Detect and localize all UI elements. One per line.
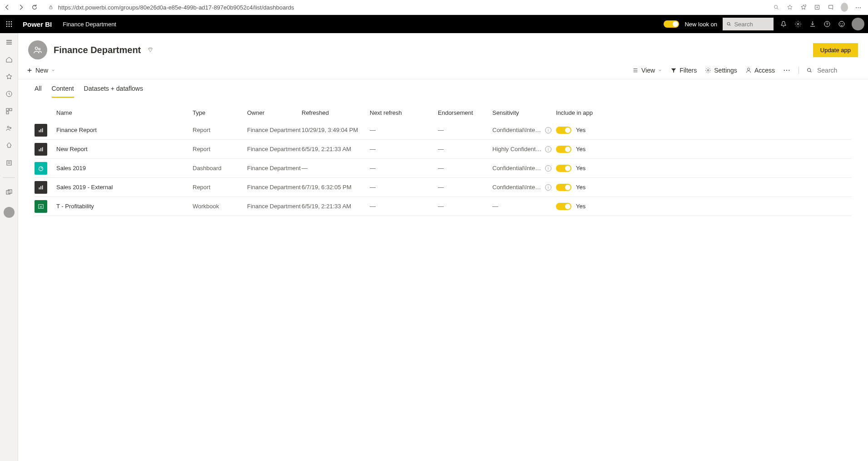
brand-label[interactable]: Power BI xyxy=(20,20,55,28)
info-icon[interactable]: i xyxy=(545,146,551,152)
tab-all[interactable]: All xyxy=(35,85,42,98)
address-bar[interactable] xyxy=(45,4,766,11)
help-icon[interactable]: ? xyxy=(823,20,832,29)
list-search-input[interactable] xyxy=(817,67,858,74)
cell-endorsement: — xyxy=(438,184,492,191)
back-icon[interactable] xyxy=(4,4,11,11)
info-icon[interactable]: i xyxy=(545,165,551,172)
cell-type: Report xyxy=(193,184,247,191)
update-app-button[interactable]: Update app xyxy=(813,43,858,57)
app-launcher-icon[interactable] xyxy=(4,19,15,29)
svg-point-11 xyxy=(11,26,12,27)
view-label: View xyxy=(641,67,655,74)
nav-current-workspace-icon[interactable] xyxy=(4,207,15,218)
table-row[interactable]: Finance ReportReportFinance Department10… xyxy=(35,121,852,140)
cell-sensitivity: Confidential\Internal-...i xyxy=(492,184,556,191)
global-search-input[interactable] xyxy=(734,21,770,28)
feedback-icon[interactable] xyxy=(837,20,846,29)
svg-point-7 xyxy=(9,24,10,25)
cell-type: Report xyxy=(193,127,247,133)
svg-rect-42 xyxy=(42,185,43,189)
nav-shared-icon[interactable] xyxy=(5,124,14,133)
new-look-toggle[interactable] xyxy=(664,20,679,28)
settings-icon[interactable] xyxy=(794,20,803,29)
url-input[interactable] xyxy=(58,4,763,11)
include-toggle[interactable] xyxy=(556,203,571,210)
table-row[interactable]: Sales 2019 - ExternalReportFinance Depar… xyxy=(35,178,852,197)
table-row[interactable]: New ReportReportFinance Department6/5/19… xyxy=(35,140,852,159)
nav-menu-icon[interactable] xyxy=(5,38,14,47)
user-avatar[interactable] xyxy=(852,18,864,30)
filters-button[interactable]: Filters xyxy=(670,67,697,74)
info-icon[interactable]: i xyxy=(545,184,551,191)
command-bar: New View Filters Settings Access ⋯ xyxy=(18,63,868,79)
browser-menu-icon[interactable]: ⋯ xyxy=(854,4,862,11)
notifications-icon[interactable] xyxy=(779,20,788,29)
nav-deploy-icon[interactable] xyxy=(5,141,14,150)
nav-recent-icon[interactable] xyxy=(5,89,14,98)
cell-include: Yes xyxy=(556,184,620,191)
new-look-label: New look on xyxy=(684,21,717,28)
cell-next-refresh: — xyxy=(370,165,438,172)
cell-endorsement: — xyxy=(438,203,492,210)
cell-name[interactable]: New Report xyxy=(56,146,193,152)
svg-point-17 xyxy=(840,23,841,24)
svg-rect-0 xyxy=(50,7,52,9)
nav-workspaces-icon[interactable] xyxy=(5,188,14,197)
breadcrumb[interactable]: Finance Department xyxy=(60,21,116,28)
nav-learn-icon[interactable] xyxy=(5,158,14,167)
nav-apps-icon[interactable] xyxy=(5,107,14,116)
cell-name[interactable]: Sales 2019 - External xyxy=(56,184,193,191)
info-icon[interactable]: i xyxy=(545,127,551,133)
col-name[interactable]: Name xyxy=(56,109,193,116)
include-toggle[interactable] xyxy=(556,184,571,191)
notes-icon[interactable] xyxy=(827,4,834,11)
col-include[interactable]: Include in app xyxy=(556,109,620,116)
favorites-icon[interactable] xyxy=(800,4,807,11)
cell-refreshed: 6/7/19, 6:32:05 PM xyxy=(302,184,370,191)
cell-name[interactable]: Finance Report xyxy=(56,127,193,133)
col-sensitivity[interactable]: Sensitivity xyxy=(492,109,556,116)
tab-datasets[interactable]: Datasets + dataflows xyxy=(84,85,143,98)
cell-next-refresh: — xyxy=(370,146,438,152)
cell-name[interactable]: Sales 2019 xyxy=(56,165,193,172)
settings-button[interactable]: Settings xyxy=(705,67,737,74)
include-toggle[interactable] xyxy=(556,165,571,172)
more-button[interactable]: ⋯ xyxy=(783,66,790,74)
tab-content[interactable]: Content xyxy=(52,85,74,98)
profile-icon[interactable] xyxy=(841,4,848,11)
new-button[interactable]: New xyxy=(26,67,55,74)
collections-icon[interactable] xyxy=(813,4,821,11)
view-button[interactable]: View xyxy=(632,67,662,74)
svg-point-29 xyxy=(39,48,40,50)
col-owner[interactable]: Owner xyxy=(247,109,302,116)
include-toggle[interactable] xyxy=(556,146,571,153)
svg-rect-21 xyxy=(10,108,12,111)
col-next-refresh[interactable]: Next refresh xyxy=(370,109,438,116)
chevron-down-icon xyxy=(51,68,55,73)
forward-icon[interactable] xyxy=(17,4,25,11)
table-row[interactable]: T - ProfitabilityWorkbookFinance Departm… xyxy=(35,197,852,216)
include-toggle[interactable] xyxy=(556,127,571,134)
refresh-icon[interactable] xyxy=(31,4,38,11)
workspace-header: Finance Department Update app xyxy=(18,33,868,63)
filters-label: Filters xyxy=(680,67,697,74)
cell-name[interactable]: T - Profitability xyxy=(56,203,193,210)
download-icon[interactable] xyxy=(808,20,817,29)
chevron-down-icon xyxy=(658,68,662,73)
global-search[interactable] xyxy=(723,18,774,30)
access-button[interactable]: Access xyxy=(745,67,775,74)
table-row[interactable]: Sales 2019DashboardFinance Department———… xyxy=(35,159,852,178)
include-label: Yes xyxy=(576,127,585,133)
cell-sensitivity: Confidential\Internal-...i xyxy=(492,165,556,172)
svg-point-31 xyxy=(747,68,749,70)
nav-favorites-icon[interactable] xyxy=(5,72,14,81)
list-search[interactable] xyxy=(799,67,858,74)
star-outline-icon[interactable] xyxy=(786,4,794,11)
zoom-icon[interactable] xyxy=(773,4,780,11)
premium-diamond-icon xyxy=(147,47,154,53)
col-endorsement[interactable]: Endorsement xyxy=(438,109,492,116)
nav-home-icon[interactable] xyxy=(5,55,14,64)
col-refreshed[interactable]: Refreshed xyxy=(302,109,370,116)
col-type[interactable]: Type xyxy=(193,109,247,116)
